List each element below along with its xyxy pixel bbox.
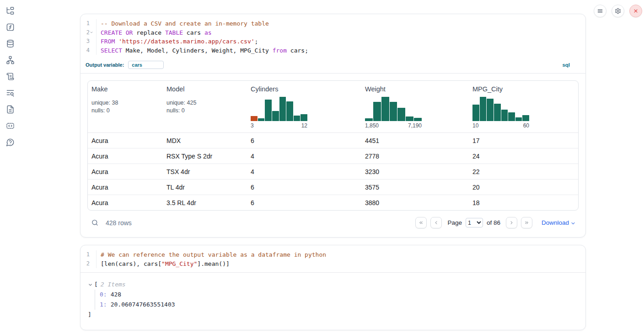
histogram-bar: [522, 115, 529, 121]
settings-button[interactable]: [612, 5, 624, 17]
list-entries: 0:4281:20.060747663551403: [95, 290, 578, 310]
search-icon[interactable]: [91, 219, 99, 227]
code-line[interactable]: 1# We can reference the output variable …: [80, 250, 585, 259]
column-name[interactable]: MPG_City: [472, 85, 503, 93]
table-column-header: MPG_City1060: [469, 81, 578, 132]
download-button[interactable]: Download: [542, 219, 576, 226]
column-histogram: 1060: [472, 97, 529, 129]
chevron-right-icon: [509, 220, 514, 225]
histogram-bar: [480, 97, 487, 121]
first-page-button[interactable]: [415, 217, 427, 228]
result-table: Makeunique: 38nulls: 0Modelunique: 425nu…: [87, 80, 579, 211]
code-text: # We can reference the output variable a…: [96, 250, 326, 259]
table-column-header: Makeunique: 38nulls: 0: [88, 81, 163, 132]
line-number: 3: [80, 37, 94, 46]
help-icon[interactable]: [6, 138, 15, 147]
table-row: AcuraTSX 4dr4323022: [88, 164, 578, 179]
table-body: AcuraMDX6445117AcuraRSX Type S 2dr427782…: [88, 133, 578, 210]
histogram-bar: [390, 102, 397, 121]
histogram-bar: [373, 102, 381, 121]
table-column-header: Weight1,8507,190: [361, 81, 469, 132]
collapse-caret-icon[interactable]: [88, 282, 93, 287]
code-text: [len(cars), cars["MPG_City"].mean()]: [96, 259, 230, 269]
histogram-bar: [406, 116, 413, 121]
table-row: AcuraTL 4dr6357520: [88, 179, 578, 195]
table-cell: RSX Type S 2dr: [163, 148, 247, 164]
list-entry: 0:428: [100, 290, 578, 300]
histogram-bar: [265, 100, 272, 121]
line-number: 1: [80, 250, 94, 259]
column-name[interactable]: Make: [91, 85, 107, 93]
table-cell: MDX: [163, 133, 247, 148]
snippets-icon[interactable]: [6, 122, 15, 130]
tracing-icon[interactable]: [6, 89, 15, 97]
column-name[interactable]: Model: [166, 85, 185, 93]
datasources-icon[interactable]: [6, 39, 15, 48]
line-number: 2: [80, 28, 94, 37]
histogram-bar: [279, 97, 286, 121]
column-name[interactable]: Cylinders: [251, 85, 278, 93]
table-cell: 17: [469, 133, 578, 148]
histogram-bar: [397, 108, 405, 121]
page-select[interactable]: 1: [466, 218, 483, 227]
previous-page-button[interactable]: [430, 217, 442, 228]
page-label: Page: [447, 219, 462, 226]
dependency-graph-icon[interactable]: [6, 56, 15, 64]
next-page-button[interactable]: [506, 217, 517, 228]
table-column-header: Modelunique: 425nulls: 0: [163, 81, 247, 132]
chevron-down-icon: [570, 221, 576, 226]
histogram-bar: [272, 111, 279, 121]
table-row: Acura3.5 RL 4dr6388018: [88, 195, 578, 210]
functions-icon[interactable]: [6, 23, 15, 32]
histogram-bar: [251, 116, 258, 121]
histogram-bar: [487, 99, 494, 121]
entry-value: 428: [111, 291, 121, 298]
histogram-bar: [414, 118, 422, 121]
table-cell: Acura: [88, 164, 163, 179]
list-items-count: 2 Items: [101, 280, 126, 290]
entry-index: 0:: [100, 291, 107, 298]
chevrons-left-icon: [419, 220, 424, 225]
row-count: 428 rows: [106, 219, 132, 227]
documentation-icon[interactable]: [6, 105, 15, 114]
logs-icon[interactable]: [6, 72, 15, 81]
table-column-header: Cylinders312: [247, 81, 361, 132]
python-cell: 1# We can reference the output variable …: [80, 245, 586, 330]
table-cell: 3230: [361, 164, 469, 179]
entry-index: 1:: [100, 301, 107, 308]
histogram-bar: [501, 110, 508, 121]
code-text: -- Download a CSV and create an in-memor…: [96, 19, 269, 28]
table-header-row: Makeunique: 38nulls: 0Modelunique: 425nu…: [88, 81, 578, 133]
histogram-axis: 1,8507,190: [365, 122, 422, 129]
code-line[interactable]: 4SELECT Make, Model, Cylinders, Weight, …: [80, 46, 585, 55]
file-explorer-icon[interactable]: [6, 6, 15, 15]
close-button[interactable]: [629, 5, 642, 17]
fold-chevron-icon[interactable]: [90, 28, 94, 37]
table-cell: 20: [469, 180, 578, 195]
histogram-bar: [258, 118, 265, 121]
code-line[interactable]: 2CREATE OR replace TABLE cars as: [80, 28, 585, 37]
sql-code-editor[interactable]: 1-- Download a CSV and create an in-memo…: [80, 14, 585, 59]
code-line[interactable]: 2[len(cars), cars["MPG_City"].mean()]: [80, 259, 585, 269]
page-total-label: of 86: [487, 219, 500, 226]
sql-output-area: Makeunique: 38nulls: 0Modelunique: 425nu…: [80, 74, 585, 237]
python-code-editor[interactable]: 1# We can reference the output variable …: [80, 245, 585, 272]
column-name[interactable]: Weight: [365, 85, 386, 93]
table-cell: Acura: [88, 195, 163, 210]
table-cell: 22: [469, 164, 578, 179]
language-badge: sql: [562, 62, 570, 68]
line-number: 2: [80, 259, 94, 269]
last-page-button[interactable]: [521, 217, 532, 228]
output-variable-input[interactable]: [128, 61, 164, 69]
table-cell: 3880: [361, 195, 469, 210]
menu-button[interactable]: [594, 5, 606, 17]
histogram-axis: 1060: [472, 122, 529, 129]
histogram-bar: [381, 97, 389, 121]
code-line[interactable]: 1-- Download a CSV and create an in-memo…: [80, 19, 585, 28]
sidebar: [0, 0, 20, 333]
code-line[interactable]: 3FROM 'https://datasets.marimo.app/cars.…: [80, 37, 585, 46]
table-cell: Acura: [88, 148, 163, 164]
table-footer: 428 rows Page 1 of 86: [87, 211, 579, 230]
column-stats: unique: 425nulls: 0: [166, 99, 243, 115]
histogram-bar: [494, 104, 501, 121]
